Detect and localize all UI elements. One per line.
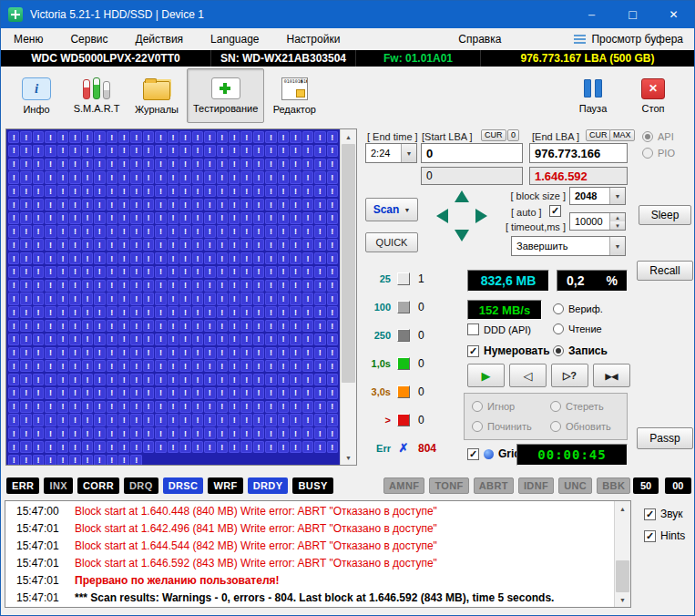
chevron-down-icon[interactable] xyxy=(609,237,625,255)
numerate-checkbox[interactable]: Нумеровать xyxy=(467,344,550,357)
scan-block: ! xyxy=(327,266,338,278)
radio-icon[interactable] xyxy=(553,303,564,314)
menu-item-6[interactable]: Справка xyxy=(445,28,515,50)
checkbox-icon[interactable] xyxy=(644,508,656,520)
refresh-radio[interactable]: Обновить xyxy=(550,421,611,432)
ignore-radio[interactable]: Игнор xyxy=(472,401,515,412)
ddd-api-checkbox[interactable]: DDD (API) xyxy=(467,323,531,335)
scroll-up-icon[interactable] xyxy=(341,129,356,144)
logs-button[interactable]: Журналы xyxy=(127,68,187,123)
pio-radio[interactable]: PIO xyxy=(642,148,675,159)
verify-radio[interactable]: Вериф. xyxy=(553,303,603,314)
log-scroll-thumb[interactable] xyxy=(616,560,629,592)
info-button[interactable]: Инфо xyxy=(6,68,66,123)
sleep-button[interactable]: Sleep xyxy=(639,205,691,225)
radio-icon[interactable] xyxy=(642,131,653,142)
jump-next-button[interactable] xyxy=(551,364,588,387)
jump-end-button[interactable] xyxy=(593,364,630,387)
arrow-up-icon[interactable] xyxy=(455,190,469,202)
scan-button[interactable]: Scan xyxy=(365,198,418,221)
stop-button[interactable]: Стоп xyxy=(623,68,683,123)
spinner-buttons[interactable] xyxy=(609,213,625,230)
hints-checkbox[interactable]: Hints xyxy=(644,529,695,542)
checkbox-icon[interactable] xyxy=(467,345,479,357)
read-radio[interactable]: Чтение xyxy=(553,323,602,334)
erase-radio[interactable]: Стереть xyxy=(550,401,604,412)
sound-checkbox[interactable]: Звук xyxy=(644,508,695,520)
scan-block: ! xyxy=(204,185,215,197)
arrow-left-icon[interactable] xyxy=(436,209,448,223)
start-lba-input[interactable]: 0 xyxy=(421,143,523,163)
scan-block: ! xyxy=(327,387,338,399)
chevron-down-icon[interactable] xyxy=(401,144,416,162)
smart-button[interactable]: S.M.A.R.T xyxy=(66,68,127,123)
auto-checkbox[interactable] xyxy=(549,205,561,217)
grid-scrollbar[interactable] xyxy=(340,129,356,465)
recall-button[interactable]: Recall xyxy=(637,261,693,281)
editor-button[interactable]: Редактор xyxy=(264,68,324,123)
step-back-button[interactable] xyxy=(509,364,547,387)
scroll-up-icon[interactable] xyxy=(615,501,630,516)
grid-checkbox[interactable]: Grid xyxy=(467,447,521,460)
pause-button[interactable]: Пауза xyxy=(563,68,623,123)
scan-block: ! xyxy=(107,131,118,143)
buffer-view-button[interactable]: Просмотр буфера xyxy=(574,33,694,46)
direction-pad[interactable] xyxy=(433,187,491,245)
scan-block: ! xyxy=(290,427,301,439)
end-lba-label: [End LBA ] xyxy=(532,131,579,142)
maximize-button[interactable] xyxy=(612,1,653,28)
menu-item-3[interactable]: Действия xyxy=(122,28,198,50)
menu-item-5[interactable]: Настройки xyxy=(273,28,354,50)
menu-item-4[interactable]: Language xyxy=(197,28,272,50)
scroll-down-icon[interactable] xyxy=(341,450,356,465)
write-radio[interactable]: Запись xyxy=(553,344,608,357)
radio-icon[interactable] xyxy=(553,345,564,356)
start-lba-zero-button[interactable]: 0 xyxy=(507,129,519,141)
passport-button[interactable]: Passp xyxy=(637,427,693,449)
end-lba-max-button[interactable]: MAX xyxy=(609,129,635,141)
radio-icon[interactable] xyxy=(472,401,483,412)
log-timestamp: 15:47:00 xyxy=(5,503,75,520)
menu-item-1[interactable]: Меню xyxy=(1,28,56,50)
end-time-select[interactable]: 2:24 xyxy=(365,143,417,163)
minimize-button[interactable] xyxy=(571,1,612,28)
quick-button[interactable]: QUICK xyxy=(365,232,418,252)
scan-block: ! xyxy=(290,145,301,157)
end-lba-input[interactable]: 976.773.166 xyxy=(529,143,628,163)
scan-block: ! xyxy=(327,427,338,439)
arrow-right-icon[interactable] xyxy=(475,209,487,223)
api-radio[interactable]: API xyxy=(642,131,674,142)
start-lba-cur-button[interactable]: CUR xyxy=(481,129,506,141)
grid-scroll-thumb[interactable] xyxy=(342,144,355,383)
test-button[interactable]: Тестирование xyxy=(187,68,264,123)
radio-icon[interactable] xyxy=(550,421,561,432)
end-lba-cur-button[interactable]: CUR xyxy=(586,129,611,141)
chevron-down-icon[interactable] xyxy=(609,188,625,204)
checkbox-icon[interactable] xyxy=(644,530,656,542)
timeout-spinner[interactable]: 10000 xyxy=(569,212,626,231)
finish-action-select[interactable]: Завершить xyxy=(511,236,626,256)
scan-block: ! xyxy=(20,145,31,157)
scroll-down-icon[interactable] xyxy=(615,592,630,607)
close-button[interactable] xyxy=(653,1,694,28)
checkbox-icon[interactable] xyxy=(467,323,479,335)
log-scrollbar[interactable] xyxy=(614,501,630,607)
status-bit-drq: DRQ xyxy=(124,477,158,494)
scan-block: ! xyxy=(94,252,105,264)
checkbox-icon[interactable] xyxy=(467,448,479,460)
block-size-select[interactable]: 2048 xyxy=(569,187,626,205)
play-button[interactable] xyxy=(467,364,505,387)
scan-block: ! xyxy=(290,280,301,292)
menu-item-2[interactable]: Сервис xyxy=(56,28,121,50)
scan-block: ! xyxy=(69,293,80,304)
radio-icon[interactable] xyxy=(642,148,653,159)
scan-block: ! xyxy=(229,414,240,426)
radio-icon[interactable] xyxy=(472,421,483,432)
scan-block: ! xyxy=(229,320,240,332)
radio-icon[interactable] xyxy=(553,323,564,334)
scan-block: ! xyxy=(20,225,31,237)
repair-radio[interactable]: Починить xyxy=(472,421,532,432)
arrow-down-icon[interactable] xyxy=(455,230,469,241)
scan-block: ! xyxy=(69,171,80,183)
radio-icon[interactable] xyxy=(550,401,561,412)
